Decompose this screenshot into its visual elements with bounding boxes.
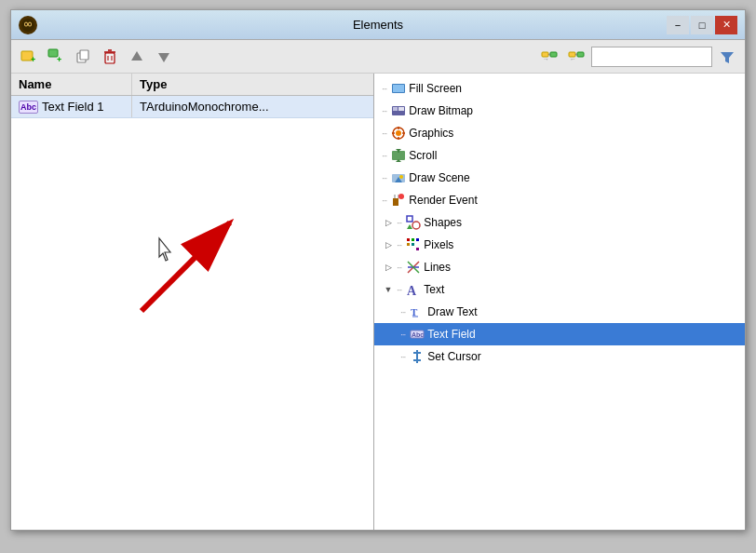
tree-item-set-cursor[interactable]: ··· Set Cursor <box>374 345 745 368</box>
graphics-icon <box>390 125 407 142</box>
draw-text-label: Draw Text <box>427 305 477 318</box>
tree-dots: ··· <box>397 263 401 273</box>
abc-icon: Abc <box>19 101 38 114</box>
tree-item-text-field[interactable]: ··· Abc Text Field <box>374 323 745 345</box>
tree-dots: ··· <box>400 330 405 340</box>
svg-rect-10 <box>80 50 88 60</box>
minimize-button[interactable]: − <box>667 16 689 34</box>
shapes-icon <box>405 214 422 231</box>
svg-marker-17 <box>158 53 169 62</box>
svg-point-4 <box>29 22 31 25</box>
tree-item-draw-text[interactable]: ··· T Draw Text <box>374 301 745 323</box>
lines-label: Lines <box>424 261 451 274</box>
graphics-label: Graphics <box>409 127 453 140</box>
tree-dots: ··· <box>382 84 386 94</box>
set-cursor-label: Set Cursor <box>427 350 480 363</box>
tree-item-lines[interactable]: ▷ ··· Lines <box>374 256 745 278</box>
filter-button[interactable] <box>715 45 739 69</box>
tree-item-pixels[interactable]: ▷ ··· Pixels <box>374 234 745 256</box>
col-name-header: Name <box>11 74 132 95</box>
svg-text:+: + <box>57 55 61 64</box>
svg-rect-56 <box>407 238 410 241</box>
pixels-icon <box>405 236 422 253</box>
tree-item-graphics[interactable]: ··· Graphics <box>374 122 745 144</box>
svg-point-52 <box>398 194 404 199</box>
svg-rect-34 <box>398 107 404 111</box>
svg-text:←: ← <box>570 56 576 62</box>
scroll-label: Scroll <box>409 149 437 162</box>
text-expand: ▼ <box>382 283 395 296</box>
mouse-cursor <box>155 236 178 265</box>
tree-dots: ··· <box>382 151 386 161</box>
svg-marker-55 <box>407 224 412 229</box>
main-window: Elements − □ ✕ + + <box>10 9 746 531</box>
table-header: Name Type <box>11 74 373 96</box>
tree-dots: ··· <box>382 173 386 183</box>
fill-screen-icon <box>390 80 407 97</box>
cell-name: Abc Text Field 1 <box>11 96 132 117</box>
delete-button[interactable] <box>98 45 122 69</box>
svg-rect-48 <box>393 198 398 206</box>
shapes-label: Shapes <box>424 216 462 229</box>
svg-rect-31 <box>393 85 404 92</box>
titlebar: Elements − □ ✕ <box>11 10 745 40</box>
svg-rect-33 <box>393 107 398 111</box>
svg-rect-72 <box>413 359 421 361</box>
svg-rect-57 <box>412 238 414 241</box>
close-button[interactable]: ✕ <box>715 16 737 34</box>
tree-item-render-event[interactable]: ··· Render Event <box>374 189 745 211</box>
svg-text:T: T <box>411 306 418 317</box>
tree-item-draw-bitmap[interactable]: ··· Draw Bitmap <box>374 100 745 122</box>
tree-item-shapes[interactable]: ▷ ··· Shapes <box>374 211 745 234</box>
link1-button[interactable]: → <box>537 45 561 69</box>
tree-item-draw-scene[interactable]: ··· Draw Scene <box>374 167 745 189</box>
svg-text:→: → <box>543 56 549 62</box>
draw-text-icon: T <box>409 303 425 320</box>
render-event-icon <box>390 192 407 209</box>
svg-rect-58 <box>416 238 419 241</box>
svg-point-0 <box>21 19 34 32</box>
link2-button[interactable]: ← <box>564 45 588 69</box>
pixels-expand: ▷ <box>382 238 395 251</box>
tree-dots: ··· <box>397 218 401 228</box>
left-panel: Name Type Abc Text Field 1 TArduinoMonoc… <box>11 74 374 530</box>
maximize-button[interactable]: □ <box>691 16 713 34</box>
svg-rect-60 <box>412 243 414 246</box>
tree-dots: ··· <box>397 285 401 295</box>
move-down-button[interactable] <box>152 45 176 69</box>
svg-marker-26 <box>721 52 734 63</box>
svg-point-3 <box>25 22 27 25</box>
text-label: Text <box>424 283 444 296</box>
svg-point-36 <box>396 130 401 136</box>
pixels-label: Pixels <box>424 238 453 251</box>
text-icon: A <box>405 281 422 298</box>
tree-item-fill-screen[interactable]: ··· Fill Screen <box>374 77 745 100</box>
main-content: Name Type Abc Text Field 1 TArduinoMonoc… <box>11 74 745 530</box>
window-title: Elements <box>353 18 403 32</box>
render-event-label: Render Event <box>409 194 477 207</box>
svg-marker-16 <box>131 51 142 61</box>
add-element-button[interactable]: + <box>17 45 41 69</box>
toolbar-right: → ← <box>537 45 739 69</box>
lines-expand: ▷ <box>382 261 395 274</box>
table-row[interactable]: Abc Text Field 1 TArduinoMonochrome... <box>11 96 373 118</box>
tree-dots: ··· <box>400 352 405 362</box>
tree-dots: ··· <box>382 196 386 206</box>
svg-rect-19 <box>550 52 557 57</box>
svg-rect-61 <box>416 248 419 250</box>
col-type-header: Type <box>132 77 174 91</box>
copy-button[interactable] <box>71 45 95 69</box>
tree-item-scroll[interactable]: ··· Scroll <box>374 144 745 167</box>
tree-dots: ··· <box>397 240 401 250</box>
svg-rect-59 <box>407 243 410 246</box>
draw-scene-icon <box>390 169 407 186</box>
text-field-label: Text Field <box>427 328 475 341</box>
add-sub-button[interactable]: + <box>44 45 68 69</box>
move-up-button[interactable] <box>125 45 149 69</box>
search-input[interactable] <box>591 47 712 67</box>
titlebar-left <box>19 16 37 34</box>
svg-rect-11 <box>105 53 115 63</box>
tree-item-text[interactable]: ▼ ··· A Text <box>374 278 745 301</box>
text-field-icon: Abc <box>409 326 425 343</box>
svg-text:Abc: Abc <box>412 331 424 338</box>
